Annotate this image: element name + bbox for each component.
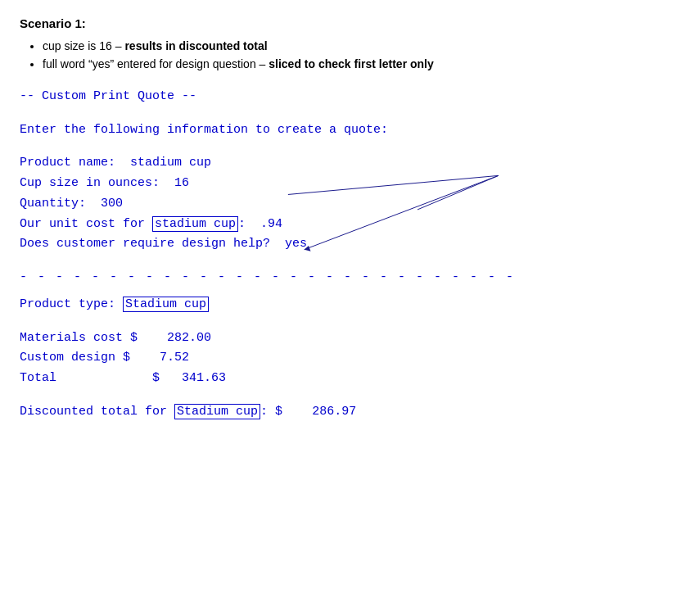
design-label: Does customer require design help? [20,237,270,251]
discounted-product-boxed: Stadium cup [174,404,260,419]
total-value: 341.63 [182,371,226,385]
quantity-label: Quantity: [20,197,86,211]
bullet-1-before: cup size is 16 – [43,39,124,52]
design-line: Does customer require design help? yes [20,234,657,255]
product-name-line: Product name: stadium cup [20,153,657,174]
quantity-value: 300 [101,197,123,211]
product-name-label: Product name: [20,156,115,170]
bullet-2-before: full word “yes” entered for design quest… [43,57,269,70]
materials-label: Materials cost $ [20,331,138,345]
custom-design-line: Custom design $ 7.52 [20,348,657,369]
unit-cost-product-boxed: stadium cup [152,216,238,232]
design-value: yes [285,237,307,251]
unit-cost-value: .94 [260,217,282,231]
quantity-line: Quantity: 300 [20,194,657,215]
product-type-value-boxed: Stadium cup [123,297,209,312]
custom-value: 7.52 [160,351,189,365]
materials-line: Materials cost $ 282.00 [20,328,657,349]
input-block: Product name: stadium cup Cup size in ou… [20,153,657,255]
discounted-line: Discounted total for Stadium cup: $ 286.… [20,402,657,423]
bullet-list: cup size is 16 – results in discounted t… [43,37,657,74]
unit-cost-label: Our unit cost for [20,217,145,231]
prompt-line: Enter the following information to creat… [20,120,657,141]
bullet-item-1: cup size is 16 – results in discounted t… [43,37,657,55]
cup-size-value: 16 [174,176,189,190]
code-section: -- Custom Print Quote -- Enter the follo… [20,87,657,423]
product-type-line: Product type: Stadium cup [20,295,657,315]
discounted-value: 286.97 [312,405,356,419]
dashed-separator: - - - - - - - - - - - - - - - - - - - - … [20,268,657,288]
cost-block: Materials cost $ 282.00 Custom design $ … [20,328,657,389]
discounted-label: Discounted total for [20,405,167,419]
prompt-text: Enter the following information to creat… [20,123,388,137]
total-dollar: $ [152,371,160,385]
cup-size-label: Cup size in ounces: [20,176,160,190]
discounted-dollar: $ [275,405,282,419]
unit-cost-line: Our unit cost for stadium cup: .94 [20,215,657,235]
scenario-title: Scenario 1: [20,16,657,30]
header-line: -- Custom Print Quote -- [20,87,657,107]
bullet-2-bold: sliced to check first letter only [269,57,434,70]
total-label: Total [20,371,56,385]
product-type-label: Product type: [20,297,115,311]
total-line: Total $ 341.63 [20,369,657,389]
bullet-1-bold: results in discounted total [124,39,267,52]
cup-size-line: Cup size in ounces: 16 [20,174,657,194]
bullet-item-2: full word “yes” entered for design quest… [43,55,657,73]
result-block: Product type: Stadium cup [20,295,657,315]
product-name-value: stadium cup [130,156,211,170]
custom-label: Custom design $ [20,351,130,365]
header-text: -- Custom Print Quote -- [20,89,196,103]
materials-value: 282.00 [167,331,211,345]
